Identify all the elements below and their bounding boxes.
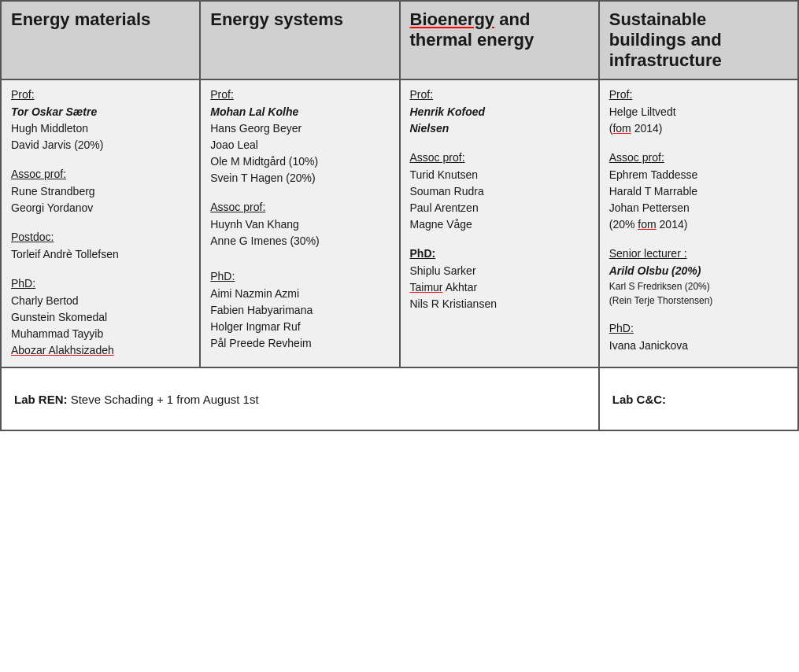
lab-ren-content: Steve Schading + 1 from August 1st (71, 393, 259, 406)
person-anne: Anne G Imenes (30%) (210, 233, 389, 249)
person-abozar: Abozar Alakhsizadeh (11, 342, 190, 359)
label-assoc-bio: Assoc prof: (410, 151, 589, 164)
lab-ren-cell: Lab REN: Steve Schading + 1 from August … (1, 367, 599, 430)
header-bioenergy-underline: Bioenergy (410, 9, 495, 29)
person-souman: Souman Rudra (410, 183, 589, 200)
person-svein: Svein T Hagen (20%) (210, 170, 389, 186)
person-shiplu: Shiplu Sarker (410, 263, 589, 279)
person-muhammad: Muhammad Tayyib (11, 326, 190, 342)
content-sustainable: Prof: Helge Liltvedt(fom 2014) Assoc pro… (599, 79, 798, 367)
person-arild: Arild Olsbu (20%) (609, 263, 788, 279)
lab-cc-label: Lab C&C: (612, 393, 666, 406)
person-joao: Joao Leal (210, 137, 389, 153)
label-assoc-em: Assoc prof: (11, 168, 190, 180)
person-karl: Karl S Fredriksen (20%) (609, 279, 788, 294)
main-table: Energy materials Energy systems Bioenerg… (0, 0, 799, 431)
person-rune: Rune Strandberg (11, 183, 190, 200)
person-fabien: Fabien Habyarimana (210, 302, 389, 319)
label-prof-sb: Prof: (609, 88, 788, 101)
person-aimi: Aimi Nazmin Azmi (210, 286, 389, 302)
content-energy-materials: Prof: Tor Oskar Sætre Hugh Middleton Dav… (1, 79, 200, 367)
person-ole: Ole M Midtgård (10%) (210, 153, 389, 170)
header-energy-systems: Energy systems (200, 1, 399, 79)
header-sustainable: Sustainable buildings and infrastructure (599, 1, 798, 79)
person-ephrem: Ephrem Taddesse (609, 167, 788, 183)
label-phd-sb: PhD: (609, 322, 788, 334)
label-postdoc-em: Postdoc: (11, 231, 190, 243)
person-turid: Turid Knutsen (410, 167, 589, 183)
person-ivana: Ivana Janickova (609, 338, 788, 354)
label-phd-bio: PhD: (410, 247, 589, 260)
label-phd-em: PhD: (11, 277, 190, 290)
person-rein: (Rein Terje Thorstensen) (609, 294, 788, 308)
label-assoc-sb: Assoc prof: (609, 151, 788, 164)
person-harald: Harald T Marrable (609, 183, 788, 200)
header-bioenergy: Bioenergy and thermal energy (400, 1, 599, 79)
person-henrik: Henrik KofoedNielsen (410, 104, 589, 137)
label-assoc-es: Assoc prof: (210, 201, 389, 213)
content-energy-systems: Prof: Mohan Lal Kolhe Hans Georg Beyer J… (200, 79, 399, 367)
person-mohan: Mohan Lal Kolhe (210, 104, 389, 120)
person-huynh: Huynh Van Khang (210, 216, 389, 233)
person-holger: Holger Ingmar Ruf (210, 319, 389, 335)
person-hugh: Hugh Middleton (11, 120, 190, 137)
person-david: David Jarvis (20%) (11, 137, 190, 153)
person-torleif: Torleif Andrè Tollefsen (11, 246, 190, 263)
header-text-sustainable: Sustainable buildings and infrastructure (609, 9, 722, 70)
person-taimur: Taimur Akhtar (410, 279, 589, 296)
person-hans: Hans Georg Beyer (210, 120, 389, 137)
person-gunstein: Gunstein Skomedal (11, 309, 190, 326)
label-phd-es: PhD: (210, 270, 389, 282)
person-paul: Paul Arentzen (410, 200, 589, 216)
person-nils: Nils R Kristiansen (410, 296, 589, 312)
lab-cc-cell: Lab C&C: (599, 367, 798, 430)
person-johan: Johan Pettersen(20% fom 2014) (609, 200, 788, 233)
person-helge: Helge Liltvedt(fom 2014) (609, 104, 788, 137)
label-prof-es: Prof: (210, 88, 389, 101)
header-text-energy-materials: Energy materials (11, 9, 150, 29)
content-bioenergy: Prof: Henrik KofoedNielsen Assoc prof: T… (400, 79, 599, 367)
person-pal: Pål Preede Revheim (210, 335, 389, 352)
person-magne: Magne Våge (410, 216, 589, 233)
person-tor: Tor Oskar Sætre (11, 104, 190, 120)
lab-ren-label: Lab REN: (14, 393, 68, 406)
person-georgi: Georgi Yordanov (11, 200, 190, 216)
label-prof-em: Prof: (11, 88, 190, 101)
header-text-energy-systems: Energy systems (210, 9, 343, 29)
header-energy-materials: Energy materials (1, 1, 200, 79)
label-prof-bio: Prof: (410, 88, 589, 101)
label-senior-sb: Senior lecturer : (609, 247, 788, 260)
person-charly: Charly Bertod (11, 293, 190, 309)
